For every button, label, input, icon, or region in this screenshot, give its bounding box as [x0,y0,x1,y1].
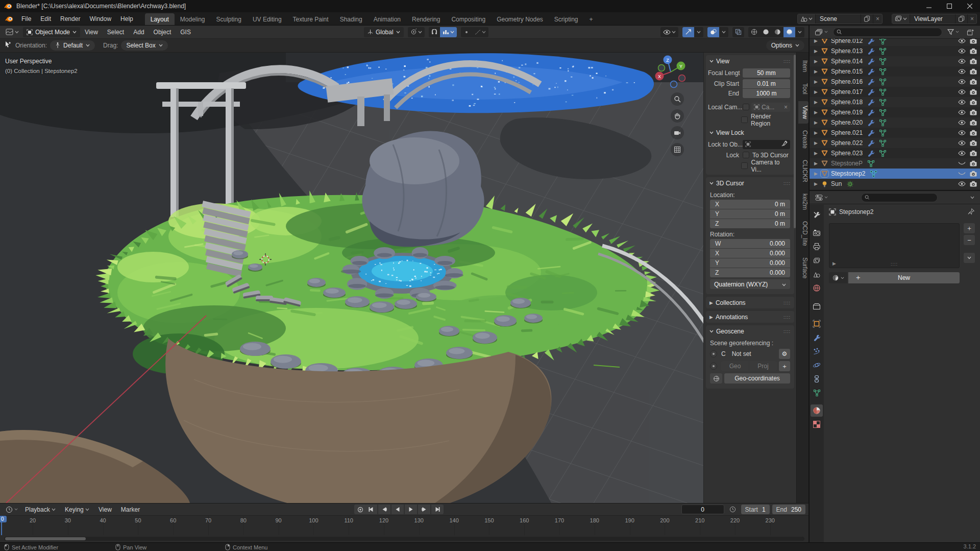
object-data-icon[interactable] [879,109,886,116]
cursor-rotation-w[interactable]: W0.000 [710,239,790,248]
modifier-wrench-icon[interactable] [868,130,874,136]
modifier-wrench-icon[interactable] [868,68,874,75]
sidebar-tab-view[interactable]: View [798,101,808,124]
snapping-controls[interactable] [429,27,457,37]
object-data-icon[interactable] [879,68,886,75]
render-visibility-camera-icon[interactable] [970,58,977,64]
expand-caret-icon[interactable]: ▶ [814,130,819,135]
outliner-row-sphere-016[interactable]: ▶Sphere.016 [810,77,980,87]
scene-copy-icon[interactable] [861,14,873,23]
proportional-editing[interactable] [461,27,488,37]
properties-editor-type-icon[interactable] [813,193,830,203]
object-name[interactable]: StepstoneP [831,160,863,167]
sidebar-tab-surface[interactable]: Surface [798,253,808,283]
local-camera-checkbox[interactable] [743,104,749,110]
outliner-filter-icon[interactable] [945,27,962,37]
viewport-menu-select[interactable]: Select [103,29,129,36]
viewlayer-name[interactable]: ViewLayer [910,15,955,22]
timeline-ruler[interactable]: 0 20304050607080901001101201301401501601… [0,516,808,535]
object-name[interactable]: Sphere.023 [831,150,863,157]
viewlayer-copy-icon[interactable] [955,14,967,23]
menu-window[interactable]: Window [85,12,116,25]
playhead-frame-chip[interactable]: 0 [0,516,7,522]
viewport-menu-gis[interactable]: GIS [176,29,195,36]
geo-coordinates-button[interactable]: Geo-coordinates [724,373,790,384]
outliner-row-sphere-021[interactable]: ▶Sphere.021 [810,128,980,138]
render-visibility-camera-icon[interactable] [970,160,977,166]
geoscene-panel-header[interactable]: Geoscene:::: [706,325,794,337]
workspace-tab-layout[interactable]: Layout [145,13,175,25]
current-frame-field[interactable]: 0 [681,505,724,514]
blender-menu-icon[interactable] [0,12,17,25]
previous-keyframe-button[interactable] [378,505,390,514]
hide-eye-icon[interactable] [958,140,966,146]
modifier-wrench-icon[interactable] [868,89,874,95]
expand-caret-icon[interactable]: ▶ [814,120,819,125]
cursor-location-y[interactable]: Y0 m [710,209,790,219]
properties-tab-tool[interactable] [811,209,823,221]
object-data-icon[interactable] [879,99,886,106]
hide-eye-icon[interactable] [958,130,966,135]
properties-tab-collection[interactable] [811,300,823,312]
properties-tab-world[interactable] [811,282,823,294]
properties-search[interactable] [861,193,938,202]
overlays-toggle[interactable] [707,27,728,37]
expand-caret-icon[interactable]: ▶ [814,151,819,156]
object-data-icon[interactable] [868,160,874,167]
outliner-row-sphere-013[interactable]: ▶Sphere.013 [810,46,980,56]
workspace-tab-compositing[interactable]: Compositing [446,13,491,25]
magnet-icon[interactable] [429,27,440,37]
properties-tab-render[interactable] [811,227,823,239]
modifier-wrench-icon[interactable] [868,79,874,85]
hide-eye-icon[interactable] [958,181,966,186]
lock-3d-cursor-checkbox[interactable] [743,152,749,158]
jump-to-start-button[interactable] [365,505,377,514]
rotation-mode-dropdown[interactable]: Quaternion (WXYZ) [710,279,790,289]
object-name[interactable]: Sphere.022 [831,139,863,147]
expand-caret-icon[interactable]: ▶ [814,161,819,166]
expand-caret-icon[interactable]: ▶ [814,89,819,94]
expand-caret-icon[interactable]: ▶ [814,69,819,74]
object-data-icon[interactable] [879,79,886,85]
hide-eye-icon[interactable] [958,59,966,64]
shading-material-button[interactable] [772,27,783,37]
outliner-display-mode-icon[interactable] [813,27,830,37]
timeline-menu-keying[interactable]: Keying [60,506,94,513]
hide-eye-icon[interactable] [958,110,966,115]
render-visibility-camera-icon[interactable] [970,171,977,177]
render-visibility-camera-icon[interactable] [970,89,977,95]
pivot-point-dropdown[interactable] [408,27,425,37]
scene-selector[interactable]: Scene × [797,14,883,24]
proj-radio[interactable] [710,363,717,370]
scene-icon[interactable] [798,14,816,23]
hide-eye-icon[interactable] [958,49,966,54]
object-name[interactable]: Sun [831,180,842,187]
add-slot-button[interactable]: ＋ [964,223,975,233]
properties-tab-scene[interactable] [811,268,823,280]
properties-tab-constraints[interactable] [811,373,823,385]
outliner-row-sphere-022[interactable]: ▶Sphere.022 [810,138,980,148]
npanel-scrollbar[interactable] [794,55,796,228]
3d-scene[interactable] [0,53,808,503]
collections-panel-header[interactable]: ▶Collections:::: [706,297,794,308]
sidebar-tab-tool[interactable]: Tool [798,79,808,99]
navigation-gizmo[interactable]: Z Y X [654,54,687,88]
browse-material-dropdown[interactable] [829,272,847,283]
options-dropdown[interactable]: Options [766,40,804,51]
workspace-tab-sculpting[interactable]: Sculpting [211,13,247,25]
object-data-icon[interactable] [879,140,886,147]
proportional-icon[interactable] [461,27,472,37]
move-view-hand-icon[interactable] [671,109,684,123]
properties-tab-view-layer[interactable] [811,254,823,267]
workspace-tab-scripting[interactable]: Scripting [549,13,584,25]
properties-tab-output[interactable] [811,241,823,253]
minimize-button[interactable] [919,0,939,12]
expand-caret-icon[interactable]: ▶ [814,79,819,84]
timeline-editor-type-icon[interactable] [3,505,20,515]
shading-dropdown[interactable] [795,27,804,37]
jump-to-end-button[interactable] [431,505,444,514]
shading-solid-button[interactable] [760,27,772,37]
properties-tab-object[interactable] [811,318,823,330]
new-collection-icon[interactable] [964,27,977,37]
next-keyframe-button[interactable] [418,505,430,514]
